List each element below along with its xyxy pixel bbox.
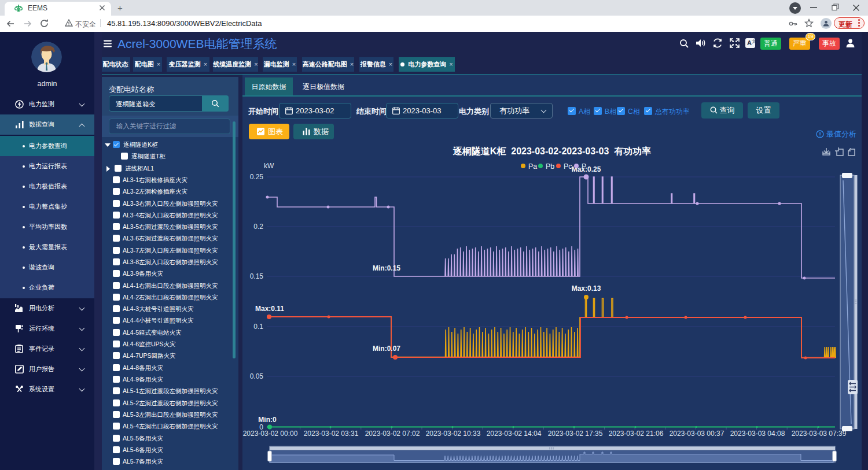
svg-text:Pb: Pb: [546, 162, 554, 171]
svg-text:2023-03-03 07:39: 2023-03-03 07:39: [792, 430, 847, 438]
svg-text:Pc: Pc: [564, 162, 572, 171]
svg-text:Max:0.13: Max:0.13: [572, 284, 601, 293]
svg-text:0.05: 0.05: [250, 372, 264, 380]
svg-text:2023-03-02 21:06: 2023-03-02 21:06: [609, 430, 664, 438]
svg-text:2023-03-03 04:08: 2023-03-03 04:08: [730, 430, 785, 438]
svg-text:2023-03-02 03:31: 2023-03-02 03:31: [304, 430, 359, 438]
svg-text:2023-03-02 17:35: 2023-03-02 17:35: [548, 430, 603, 438]
svg-text:2023-03-03 00:37: 2023-03-03 00:37: [670, 430, 724, 438]
svg-text:Pa: Pa: [528, 162, 537, 171]
svg-text:0.15: 0.15: [250, 272, 264, 280]
svg-text:2023-03-02 00:00: 2023-03-02 00:00: [243, 430, 298, 438]
svg-text:Min:0: Min:0: [258, 416, 277, 424]
svg-text:Min:0.07: Min:0.07: [373, 345, 400, 353]
svg-text:0.1: 0.1: [253, 323, 263, 331]
svg-text:kW: kW: [264, 162, 274, 170]
svg-text:0.25: 0.25: [250, 173, 264, 181]
svg-text:Min:0.15: Min:0.15: [373, 264, 400, 272]
svg-text:2023-03-02 10:33: 2023-03-02 10:33: [426, 430, 481, 438]
svg-text:2023-03-02 14:04: 2023-03-02 14:04: [487, 430, 542, 438]
svg-text:P: P: [582, 162, 586, 171]
svg-text:Max:0.11: Max:0.11: [255, 305, 284, 313]
svg-text:2023-03-02 07:02: 2023-03-02 07:02: [365, 430, 420, 438]
svg-text:0.2: 0.2: [253, 223, 263, 231]
